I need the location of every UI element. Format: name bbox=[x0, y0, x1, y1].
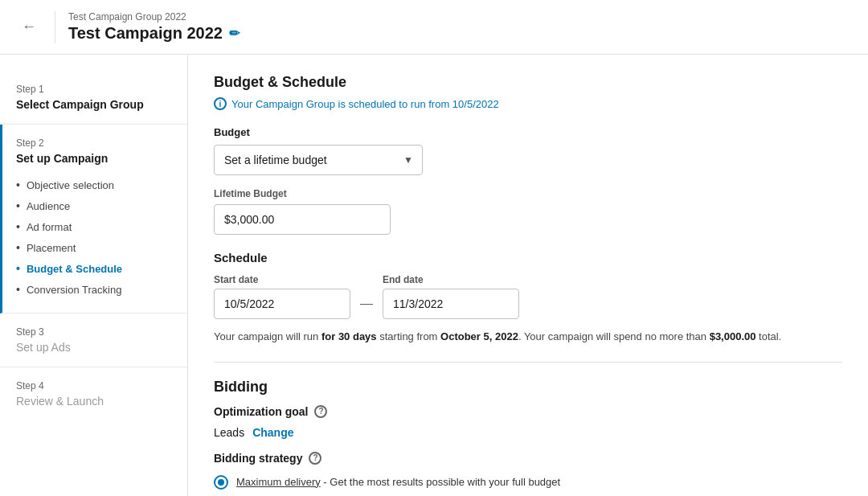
step4-label: Step 4 bbox=[16, 380, 171, 391]
campaign-name: Test Campaign 2022 bbox=[68, 24, 223, 43]
info-bar: i Your Campaign Group is scheduled to ru… bbox=[214, 97, 842, 110]
start-date-label: Start date bbox=[214, 274, 350, 285]
lifetime-budget-label: Lifetime Budget bbox=[214, 188, 842, 199]
sidebar-item-adformat[interactable]: Ad format bbox=[16, 216, 171, 237]
end-date-label: End date bbox=[383, 274, 519, 285]
current-title: Test Campaign 2022 ✏ bbox=[68, 24, 240, 43]
start-date-col: Start date bbox=[214, 274, 350, 319]
optimization-goal-label: Optimization goal bbox=[214, 405, 308, 418]
sidebar-step4: Step 4 Review & Launch bbox=[0, 367, 187, 420]
back-button[interactable]: ← bbox=[16, 14, 42, 40]
radio-max-delivery[interactable]: Maximum delivery - Get the most results … bbox=[214, 474, 842, 490]
budget-label: Budget bbox=[214, 126, 842, 138]
bidding-strategy-help-icon[interactable]: ? bbox=[309, 452, 321, 465]
sidebar-item-placement[interactable]: Placement bbox=[16, 237, 171, 258]
sidebar-step1: Step 1 Select Campaign Group bbox=[0, 71, 187, 125]
change-link[interactable]: Change bbox=[252, 426, 293, 439]
header-titles: Test Campaign Group 2022 Test Campaign 2… bbox=[68, 11, 240, 43]
step1-label: Step 1 bbox=[16, 84, 171, 95]
leads-row: Leads Change bbox=[214, 426, 842, 439]
step1-title: Select Campaign Group bbox=[16, 98, 171, 111]
header-divider bbox=[55, 11, 55, 43]
step2-subitems: Objective selection Audience Ad format P… bbox=[16, 174, 171, 300]
sidebar-step2: Step 2 Set up Campaign Objective selecti… bbox=[0, 125, 187, 314]
main-layout: Step 1 Select Campaign Group Step 2 Set … bbox=[0, 55, 868, 496]
bidding-strategy-label: Bidding strategy bbox=[214, 452, 302, 465]
section-title: Budget & Schedule bbox=[214, 74, 842, 91]
end-date-input[interactable] bbox=[383, 289, 519, 319]
bidding-radio-group: Maximum delivery - Get the most results … bbox=[214, 474, 842, 496]
header: ← Test Campaign Group 2022 Test Campaign… bbox=[0, 0, 868, 55]
date-row: Start date — End date bbox=[214, 274, 842, 319]
lifetime-budget-input[interactable] bbox=[214, 204, 391, 235]
lifetime-budget-block: Lifetime Budget bbox=[214, 188, 842, 235]
bidding-strategy-row: Bidding strategy ? bbox=[214, 452, 842, 465]
radio-dot-max-delivery bbox=[218, 479, 224, 486]
end-date-col: End date bbox=[383, 274, 519, 319]
optimization-goal-row: Optimization goal ? bbox=[214, 405, 842, 418]
radio-label-max-delivery: Maximum delivery - Get the most results … bbox=[236, 474, 560, 490]
start-date-input[interactable] bbox=[214, 289, 350, 319]
bidding-title: Bidding bbox=[214, 379, 842, 396]
budget-select-wrapper: Set a lifetime budget ▼ bbox=[214, 145, 423, 175]
schedule-info: Your campaign will run for 30 days start… bbox=[214, 329, 842, 346]
step4-title: Review & Launch bbox=[16, 395, 171, 408]
schedule-block: Schedule Start date — End date Your camp… bbox=[214, 251, 842, 346]
step2-title: Set up Campaign bbox=[16, 152, 171, 165]
sidebar-item-budget[interactable]: Budget & Schedule bbox=[16, 258, 171, 279]
parent-title: Test Campaign Group 2022 bbox=[68, 11, 240, 23]
sidebar-item-objective[interactable]: Objective selection bbox=[16, 174, 171, 195]
sidebar-item-conversion[interactable]: Conversion Tracking bbox=[16, 279, 171, 300]
sidebar-step3: Step 3 Set up Ads bbox=[0, 314, 187, 367]
optimization-help-icon[interactable]: ? bbox=[314, 405, 327, 418]
radio-circle-max-delivery[interactable] bbox=[214, 475, 228, 490]
date-separator: — bbox=[360, 297, 373, 311]
leads-text: Leads bbox=[214, 426, 244, 439]
section-divider bbox=[214, 362, 842, 363]
sidebar-item-audience[interactable]: Audience bbox=[16, 195, 171, 216]
schedule-title: Schedule bbox=[214, 251, 842, 264]
budget-select[interactable]: Set a lifetime budget bbox=[214, 145, 423, 175]
step3-title: Set up Ads bbox=[16, 341, 171, 354]
content-area: Budget & Schedule i Your Campaign Group … bbox=[188, 55, 868, 496]
step2-label: Step 2 bbox=[16, 137, 171, 149]
sidebar: Step 1 Select Campaign Group Step 2 Set … bbox=[0, 55, 188, 496]
edit-icon[interactable]: ✏ bbox=[229, 26, 240, 41]
info-icon: i bbox=[214, 97, 227, 110]
step3-label: Step 3 bbox=[16, 326, 171, 338]
info-text: Your Campaign Group is scheduled to run … bbox=[231, 98, 499, 110]
